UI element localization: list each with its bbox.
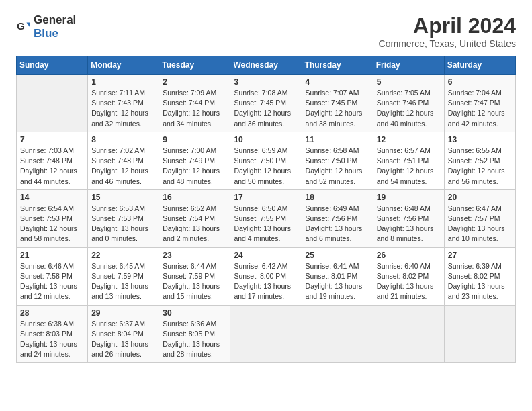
day-info: Sunrise: 6:38 AM Sunset: 8:03 PM Dayligh… (20, 319, 84, 360)
day-info: Sunrise: 7:00 AM Sunset: 7:49 PM Dayligh… (163, 146, 226, 187)
page-header: G General Blue April 2024 Commerce, Texa… (16, 13, 516, 49)
logo: G General Blue (16, 13, 76, 40)
day-info: Sunrise: 6:45 AM Sunset: 7:59 PM Dayligh… (91, 261, 155, 302)
day-number: 18 (306, 193, 369, 202)
day-number: 26 (377, 250, 441, 260)
day-info: Sunrise: 6:36 AM Sunset: 8:05 PM Dayligh… (163, 319, 226, 360)
day-info: Sunrise: 6:41 AM Sunset: 8:01 PM Dayligh… (306, 261, 369, 302)
calendar-cell (302, 305, 373, 363)
calendar-cell: 21Sunrise: 6:46 AM Sunset: 7:58 PM Dayli… (17, 247, 88, 305)
calendar-cell: 15Sunrise: 6:53 AM Sunset: 7:53 PM Dayli… (88, 189, 159, 247)
calendar-cell: 24Sunrise: 6:42 AM Sunset: 8:00 PM Dayli… (230, 247, 302, 305)
day-number: 24 (234, 250, 298, 260)
day-info: Sunrise: 7:07 AM Sunset: 7:45 PM Dayligh… (306, 88, 369, 129)
calendar-body: 1Sunrise: 7:11 AM Sunset: 7:43 PM Daylig… (17, 75, 516, 363)
day-header-thursday: Thursday (302, 56, 373, 75)
day-number: 22 (91, 250, 155, 260)
day-number: 19 (377, 193, 441, 202)
calendar-header-row: SundayMondayTuesdayWednesdayThursdayFrid… (17, 56, 516, 75)
calendar-table: SundayMondayTuesdayWednesdayThursdayFrid… (16, 56, 516, 363)
calendar-cell: 9Sunrise: 7:00 AM Sunset: 7:49 PM Daylig… (159, 132, 230, 189)
calendar-week-2: 7Sunrise: 7:03 AM Sunset: 7:48 PM Daylig… (17, 132, 516, 189)
day-number: 8 (91, 135, 155, 144)
calendar-cell: 3Sunrise: 7:08 AM Sunset: 7:45 PM Daylig… (230, 75, 302, 132)
subtitle: Commerce, Texas, United States (379, 38, 516, 49)
calendar-cell: 14Sunrise: 6:54 AM Sunset: 7:53 PM Dayli… (17, 189, 88, 247)
calendar-week-5: 28Sunrise: 6:38 AM Sunset: 8:03 PM Dayli… (17, 305, 516, 363)
calendar-week-1: 1Sunrise: 7:11 AM Sunset: 7:43 PM Daylig… (17, 75, 516, 132)
day-number: 3 (234, 77, 298, 87)
day-number: 17 (234, 193, 298, 202)
calendar-cell: 10Sunrise: 6:59 AM Sunset: 7:50 PM Dayli… (230, 132, 302, 189)
day-info: Sunrise: 6:44 AM Sunset: 7:59 PM Dayligh… (163, 261, 226, 302)
day-info: Sunrise: 6:59 AM Sunset: 7:50 PM Dayligh… (234, 146, 298, 187)
day-number: 10 (234, 135, 298, 144)
day-number: 21 (20, 250, 84, 260)
calendar-cell (230, 305, 302, 363)
day-number: 11 (306, 135, 369, 144)
main-title: April 2024 (379, 13, 516, 38)
day-number: 15 (91, 193, 155, 202)
calendar-cell: 29Sunrise: 6:37 AM Sunset: 8:04 PM Dayli… (88, 305, 159, 363)
day-header-wednesday: Wednesday (230, 56, 302, 75)
day-number: 25 (306, 250, 369, 260)
calendar-cell: 1Sunrise: 7:11 AM Sunset: 7:43 PM Daylig… (88, 75, 159, 132)
day-number: 14 (20, 193, 84, 202)
day-number: 28 (20, 308, 84, 318)
calendar-cell: 30Sunrise: 6:36 AM Sunset: 8:05 PM Dayli… (159, 305, 230, 363)
logo-icon: G (16, 19, 31, 34)
day-number: 30 (163, 308, 226, 318)
day-info: Sunrise: 6:50 AM Sunset: 7:55 PM Dayligh… (234, 203, 298, 244)
calendar-cell: 17Sunrise: 6:50 AM Sunset: 7:55 PM Dayli… (230, 189, 302, 247)
day-info: Sunrise: 6:40 AM Sunset: 8:02 PM Dayligh… (377, 261, 441, 302)
day-number: 29 (91, 308, 155, 318)
calendar-cell: 22Sunrise: 6:45 AM Sunset: 7:59 PM Dayli… (88, 247, 159, 305)
calendar-cell (373, 305, 444, 363)
svg-marker-1 (26, 22, 30, 28)
calendar-cell: 28Sunrise: 6:38 AM Sunset: 8:03 PM Dayli… (17, 305, 88, 363)
calendar-cell: 23Sunrise: 6:44 AM Sunset: 7:59 PM Dayli… (159, 247, 230, 305)
title-block: April 2024 Commerce, Texas, United State… (379, 13, 516, 49)
day-number: 5 (377, 77, 441, 87)
calendar-cell: 6Sunrise: 7:04 AM Sunset: 7:47 PM Daylig… (444, 75, 515, 132)
day-info: Sunrise: 7:02 AM Sunset: 7:48 PM Dayligh… (91, 146, 155, 187)
day-number: 7 (20, 135, 84, 144)
day-info: Sunrise: 7:05 AM Sunset: 7:46 PM Dayligh… (377, 88, 441, 129)
calendar-cell: 26Sunrise: 6:40 AM Sunset: 8:02 PM Dayli… (373, 247, 444, 305)
logo-blue: Blue (34, 27, 58, 40)
calendar-week-4: 21Sunrise: 6:46 AM Sunset: 7:58 PM Dayli… (17, 247, 516, 305)
day-header-saturday: Saturday (444, 56, 515, 75)
day-number: 16 (163, 193, 226, 202)
calendar-cell: 16Sunrise: 6:52 AM Sunset: 7:54 PM Dayli… (159, 189, 230, 247)
day-number: 23 (163, 250, 226, 260)
day-header-monday: Monday (88, 56, 159, 75)
day-info: Sunrise: 6:37 AM Sunset: 8:04 PM Dayligh… (91, 319, 155, 360)
calendar-cell: 7Sunrise: 7:03 AM Sunset: 7:48 PM Daylig… (17, 132, 88, 189)
calendar-cell: 2Sunrise: 7:09 AM Sunset: 7:44 PM Daylig… (159, 75, 230, 132)
day-info: Sunrise: 6:52 AM Sunset: 7:54 PM Dayligh… (163, 203, 226, 244)
day-info: Sunrise: 6:54 AM Sunset: 7:53 PM Dayligh… (20, 203, 84, 244)
logo-general: General (34, 13, 76, 26)
day-info: Sunrise: 6:39 AM Sunset: 8:02 PM Dayligh… (448, 261, 512, 302)
day-number: 1 (91, 77, 155, 87)
day-header-friday: Friday (373, 56, 444, 75)
day-number: 12 (377, 135, 441, 144)
day-info: Sunrise: 7:04 AM Sunset: 7:47 PM Dayligh… (448, 88, 512, 129)
logo-text: General Blue (34, 13, 76, 40)
calendar-cell: 20Sunrise: 6:47 AM Sunset: 7:57 PM Dayli… (444, 189, 515, 247)
calendar-cell: 25Sunrise: 6:41 AM Sunset: 8:01 PM Dayli… (302, 247, 373, 305)
day-info: Sunrise: 6:49 AM Sunset: 7:56 PM Dayligh… (306, 203, 369, 244)
day-header-tuesday: Tuesday (159, 56, 230, 75)
svg-text:G: G (17, 20, 25, 32)
calendar-cell: 12Sunrise: 6:57 AM Sunset: 7:51 PM Dayli… (373, 132, 444, 189)
calendar-cell: 8Sunrise: 7:02 AM Sunset: 7:48 PM Daylig… (88, 132, 159, 189)
day-info: Sunrise: 7:09 AM Sunset: 7:44 PM Dayligh… (163, 88, 226, 129)
day-number: 4 (306, 77, 369, 87)
day-number: 20 (448, 193, 512, 202)
day-number: 9 (163, 135, 226, 144)
day-info: Sunrise: 7:08 AM Sunset: 7:45 PM Dayligh… (234, 88, 298, 129)
day-number: 27 (448, 250, 512, 260)
day-info: Sunrise: 6:55 AM Sunset: 7:52 PM Dayligh… (448, 146, 512, 187)
day-info: Sunrise: 6:48 AM Sunset: 7:56 PM Dayligh… (377, 203, 441, 244)
day-info: Sunrise: 7:11 AM Sunset: 7:43 PM Dayligh… (91, 88, 155, 129)
